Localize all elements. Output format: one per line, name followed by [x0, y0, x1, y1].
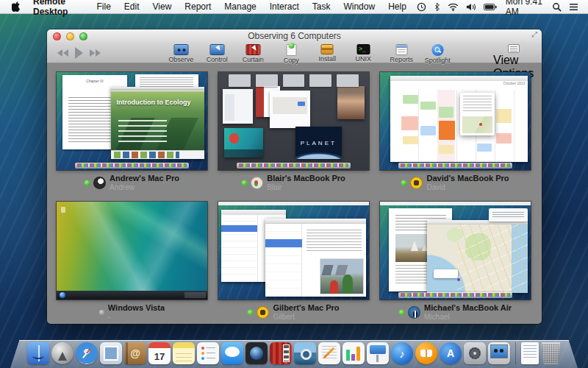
mission-control-spaces — [229, 74, 358, 87]
toolbar-buttons: Observe Control Curtain Copy I — [166, 44, 452, 64]
computer-user: - — [108, 313, 165, 321]
menu-edit[interactable]: Edit — [118, 1, 146, 12]
computer-label-andrew: Andrew's Mac Pro Andrew — [57, 173, 207, 192]
status-dot — [248, 310, 253, 315]
spotlight-icon — [431, 44, 443, 56]
computer-user: Michael — [424, 313, 512, 321]
status-dot — [85, 180, 90, 185]
mini-dock — [75, 163, 190, 169]
reports-button[interactable]: Reports — [387, 44, 416, 64]
window-titlebar[interactable]: Observing 6 Computers ⤢ — [47, 29, 542, 43]
calendar-event-popover — [460, 93, 495, 136]
dock-itunes-icon[interactable]: ♪ — [391, 342, 413, 364]
computer-name: Windows Vista — [108, 303, 165, 312]
mini-calendar-window: October 2013 — [390, 76, 528, 162]
mini-appstore-window — [224, 128, 263, 158]
menu-task[interactable]: Task — [306, 1, 337, 12]
spotlight-menu-icon[interactable] — [548, 2, 565, 12]
play-button[interactable] — [75, 47, 83, 59]
menu-window[interactable]: Window — [337, 1, 381, 12]
bluetooth-icon[interactable] — [430, 2, 444, 12]
dock-keynote-icon[interactable] — [367, 342, 389, 364]
movie-title: PLANET — [301, 140, 337, 146]
install-icon — [321, 44, 334, 54]
volume-icon[interactable] — [462, 3, 480, 11]
active-app-name[interactable]: Remote Desktop — [26, 0, 90, 17]
spotlight-button[interactable]: Spotlight — [423, 44, 452, 64]
computer-cell-michael: Michael's MacBook Air Michael — [380, 202, 531, 324]
dock-iphoto-icon[interactable] — [294, 342, 316, 364]
menu-report[interactable]: Report — [178, 1, 218, 12]
computer-name: Blair's MacBook Pro — [267, 174, 345, 183]
screen-thumbnail-michael[interactable] — [380, 202, 531, 300]
screen-thumbnail-blair[interactable]: PLANET — [218, 72, 369, 170]
dock-notes-icon[interactable] — [173, 342, 195, 364]
computer-name: Michael's MacBook Air — [424, 303, 512, 312]
curtain-button[interactable]: Curtain — [238, 44, 268, 63]
vista-taskbar — [57, 291, 207, 300]
install-button[interactable]: Install — [312, 44, 342, 64]
observe-button[interactable]: Observe — [166, 44, 196, 63]
zoom-button[interactable] — [79, 32, 87, 40]
apple-menu-icon[interactable] — [6, 1, 26, 12]
menu-bar: Remote Desktop File Edit View Report Man… — [0, 0, 588, 14]
avatar-penguin-icon — [408, 306, 420, 319]
copy-button[interactable]: Copy — [276, 44, 306, 64]
close-button[interactable] — [53, 32, 61, 40]
dock-launchpad-icon[interactable] — [51, 342, 74, 364]
screen-control-group: Observe Control Curtain — [166, 44, 268, 63]
computer-user: Andrew — [110, 183, 179, 191]
computer-label-vista: Windows Vista - — [57, 302, 207, 322]
screen-thumbnail-vista[interactable] — [57, 202, 207, 300]
fullscreen-icon[interactable]: ⤢ — [531, 30, 537, 39]
dock-document-icon[interactable] — [521, 342, 539, 364]
screen-thumbnail-gilbert[interactable] — [218, 202, 369, 300]
computer-cell-vista: Windows Vista - — [57, 202, 207, 324]
start-orb-icon — [60, 292, 65, 298]
map-pin — [457, 278, 460, 281]
dock-remote-desktop-icon[interactable] — [488, 342, 510, 364]
menu-view[interactable]: View — [146, 1, 179, 12]
mini-menubar — [380, 202, 531, 205]
dock-safari-icon[interactable] — [76, 342, 98, 364]
dock-system-preferences-icon[interactable] — [464, 342, 486, 364]
dock-reminders-icon[interactable] — [197, 342, 219, 364]
computer-cell-blair: PLANET Blair's MacBook Pro Blair — [218, 72, 369, 194]
dock-mail-icon[interactable] — [100, 342, 122, 364]
mini-movie-window: PLANET — [295, 127, 343, 159]
unix-button[interactable]: >_ UNIX — [348, 44, 378, 64]
screen-thumbnail-david[interactable]: October 2013 — [380, 72, 531, 170]
fast-forward-button[interactable] — [90, 49, 101, 57]
wifi-icon[interactable] — [444, 3, 462, 11]
dock-ibooks-icon[interactable] — [415, 342, 437, 364]
copy-icon — [286, 44, 296, 56]
dock-numbers-icon[interactable] — [343, 342, 365, 364]
dock-finder-icon[interactable] — [27, 342, 49, 364]
screen-thumbnail-andrew[interactable]: Chapter IV Introduction to Ecology — [57, 72, 207, 170]
rewind-button[interactable] — [57, 49, 68, 57]
time-machine-icon[interactable] — [413, 2, 430, 12]
map-popover — [434, 269, 458, 278]
menu-file[interactable]: File — [90, 1, 118, 12]
dock-app-store-icon[interactable]: A — [440, 342, 462, 364]
dock-aperture-icon[interactable] — [245, 342, 268, 364]
dock-calendar-icon[interactable]: 17 — [148, 342, 171, 364]
dock-pages-icon[interactable] — [318, 342, 340, 364]
dock-trash-icon[interactable] — [541, 342, 561, 364]
unix-icon: >_ — [356, 44, 370, 54]
computer-name: Gilbert's Mac Pro — [273, 303, 339, 312]
mini-safari-window — [270, 91, 310, 128]
menubar-clock[interactable]: Mon 9:41 AM — [501, 0, 548, 17]
menu-interact[interactable]: Interact — [263, 1, 306, 12]
dock-messages-icon[interactable] — [221, 342, 243, 364]
mini-finder-window — [223, 89, 253, 124]
dock-contacts-icon[interactable]: @ — [124, 342, 146, 364]
battery-icon[interactable] — [480, 4, 501, 10]
menu-help[interactable]: Help — [381, 1, 413, 12]
minimize-button[interactable] — [66, 32, 74, 40]
avatar-sunflower-icon — [410, 177, 423, 189]
control-button[interactable]: Control — [202, 44, 232, 63]
menu-manage[interactable]: Manage — [218, 1, 262, 12]
notification-center-icon[interactable] — [565, 3, 582, 11]
dock-photo-booth-icon[interactable] — [270, 342, 292, 364]
